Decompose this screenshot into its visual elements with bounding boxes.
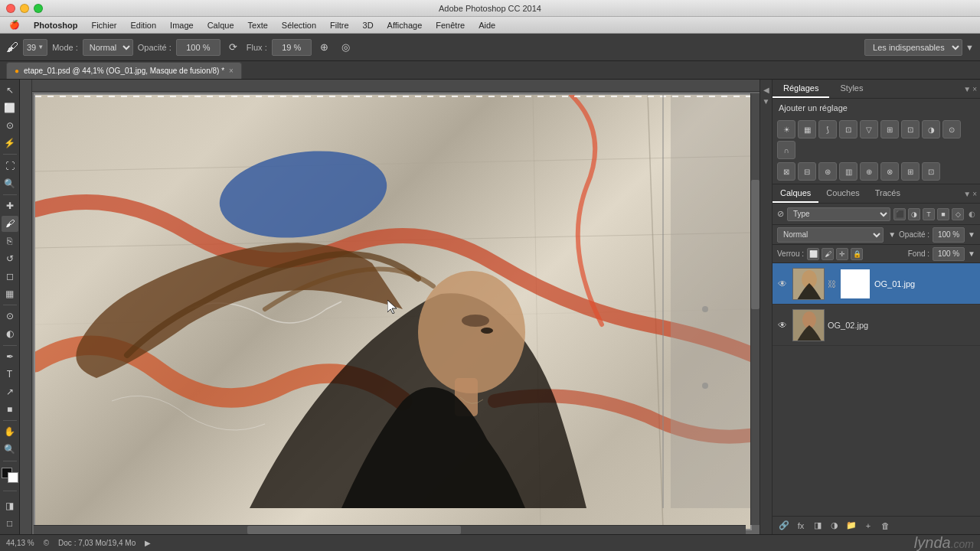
- adj-extra1-icon[interactable]: ⊗: [880, 162, 899, 181]
- opacity-value-input[interactable]: [933, 227, 965, 243]
- workspace-select[interactable]: Les indispensables: [864, 39, 962, 56]
- adj-gradient-map-icon[interactable]: ▥: [839, 162, 858, 181]
- quick-select-tool[interactable]: ⚡: [2, 135, 18, 152]
- adj-levels-icon[interactable]: ▦: [798, 120, 816, 139]
- blur-tool[interactable]: ⊙: [2, 308, 18, 324]
- tab-calques[interactable]: Calques: [773, 184, 818, 203]
- airbrush-icon[interactable]: ⊕: [316, 39, 333, 56]
- tab-couches[interactable]: Couches: [818, 184, 867, 203]
- tab-traces[interactable]: Tracés: [867, 184, 908, 203]
- menu-apple[interactable]: 🍎: [3, 18, 26, 31]
- canvas-tab[interactable]: ● etape_01.psd @ 44,1% (OG_01.jpg, Masqu…: [6, 62, 242, 79]
- adj-photo-filter-icon[interactable]: ⊙: [942, 120, 961, 139]
- shape-tool[interactable]: ■: [2, 401, 18, 417]
- collapse-panel-button[interactable]: ◀: [763, 86, 769, 94]
- layers-filter-select[interactable]: Type: [787, 207, 890, 221]
- panel-options-button[interactable]: ▼: [763, 97, 770, 106]
- adj-vibrance-icon[interactable]: ▽: [860, 120, 878, 139]
- tab-close-button[interactable]: ×: [229, 67, 234, 75]
- history-brush-tool[interactable]: ↺: [2, 251, 18, 267]
- mode-select[interactable]: Normal: [83, 39, 133, 56]
- lock-position-icon[interactable]: ✛: [836, 248, 848, 260]
- pressure-icon[interactable]: ⟳: [225, 39, 242, 56]
- menu-image[interactable]: Image: [164, 19, 200, 31]
- adjustments-collapse[interactable]: ▼: [963, 85, 971, 93]
- eraser-tool[interactable]: ◻: [2, 268, 18, 284]
- adj-brightness-icon[interactable]: ☀: [777, 120, 795, 139]
- menu-selection[interactable]: Sélection: [276, 19, 322, 31]
- layer-visibility-og02[interactable]: 👁: [776, 318, 789, 332]
- background-color[interactable]: [8, 472, 18, 483]
- layer-row-og02[interactable]: 👁 OG_02.jpg: [773, 305, 980, 346]
- filter-toggle[interactable]: ◐: [969, 210, 975, 218]
- crop-tool[interactable]: ⛶: [2, 158, 18, 174]
- fill-value-input[interactable]: [933, 247, 965, 261]
- dodge-tool[interactable]: ◐: [2, 326, 18, 342]
- menu-affichage[interactable]: Affichage: [381, 19, 429, 31]
- menu-fenetre[interactable]: Fenêtre: [430, 19, 471, 31]
- filter-shape-icon[interactable]: ■: [937, 208, 949, 220]
- delete-layer-button[interactable]: 🗑: [878, 519, 892, 533]
- adj-hue-sat-icon[interactable]: ⊞: [880, 120, 899, 139]
- brush-mode-icon[interactable]: ◎: [338, 39, 354, 56]
- lasso-tool[interactable]: ⊙: [2, 118, 18, 134]
- clone-tool[interactable]: ⎘: [2, 233, 18, 249]
- close-button[interactable]: [6, 4, 15, 13]
- filter-adjust-icon[interactable]: ◑: [908, 208, 920, 220]
- adj-curves-icon[interactable]: ⟆: [818, 120, 837, 139]
- maximize-button[interactable]: [34, 4, 43, 13]
- lock-pixels-icon[interactable]: 🖌: [822, 248, 834, 260]
- new-group-button[interactable]: 📁: [844, 519, 858, 533]
- pen-tool[interactable]: ✒: [2, 349, 18, 365]
- flux-input[interactable]: [272, 39, 312, 56]
- text-tool[interactable]: T: [2, 366, 18, 382]
- opacity-input[interactable]: [176, 39, 220, 56]
- layers-collapse[interactable]: ▼: [963, 190, 971, 198]
- workspace-arrow[interactable]: ▼: [965, 43, 974, 52]
- adj-colorbalance-icon[interactable]: ⊡: [901, 120, 920, 139]
- adj-invert-icon[interactable]: ⊠: [777, 162, 795, 181]
- layer-mask-og01[interactable]: [839, 268, 871, 300]
- canvas-scrollbar-horizontal[interactable]: [34, 525, 746, 534]
- filter-text-icon[interactable]: T: [923, 208, 935, 220]
- marquee-tool[interactable]: ⬜: [2, 100, 18, 116]
- minimize-button[interactable]: [20, 4, 29, 13]
- quick-mask-button[interactable]: ◨: [2, 497, 18, 514]
- zoom-tool[interactable]: 🔍: [2, 442, 18, 458]
- screen-mode-button[interactable]: □: [2, 515, 18, 531]
- path-select-tool[interactable]: ↗: [2, 383, 18, 399]
- adjustments-close[interactable]: ×: [972, 85, 977, 93]
- blend-mode-select[interactable]: Normal: [777, 227, 884, 243]
- tab-reglages[interactable]: Réglages: [773, 80, 829, 98]
- add-style-button[interactable]: fx: [794, 519, 808, 533]
- new-adjustment-button[interactable]: ◑: [828, 519, 841, 533]
- menu-texte[interactable]: Texte: [242, 19, 274, 31]
- canvas-scrollbar-vertical[interactable]: [750, 93, 760, 525]
- menu-calque[interactable]: Calque: [201, 19, 240, 31]
- menu-fichier[interactable]: Fichier: [85, 19, 122, 31]
- lock-transparent-icon[interactable]: ⬜: [807, 248, 819, 260]
- eyedropper-tool[interactable]: 🔍: [2, 175, 18, 191]
- adj-threshold-icon[interactable]: ⊛: [818, 162, 837, 181]
- menu-aide[interactable]: Aide: [472, 19, 501, 31]
- adj-channel-mix-icon[interactable]: ∩: [777, 141, 795, 159]
- filter-pixel-icon[interactable]: ⬛: [893, 208, 906, 220]
- menu-edition[interactable]: Edition: [124, 19, 162, 31]
- hand-tool[interactable]: ✋: [2, 424, 18, 440]
- gradient-tool[interactable]: ▦: [2, 285, 18, 302]
- lock-all-icon[interactable]: 🔒: [851, 248, 863, 260]
- menu-photoshop[interactable]: Photoshop: [28, 19, 83, 31]
- layer-row-og01[interactable]: 👁 ⛓: [773, 263, 980, 305]
- tab-styles[interactable]: Styles: [829, 80, 874, 98]
- link-layers-button[interactable]: 🔗: [777, 519, 791, 533]
- filter-smart-icon[interactable]: ◇: [952, 208, 964, 220]
- layer-visibility-og01[interactable]: 👁: [776, 277, 789, 291]
- adj-posterize-icon[interactable]: ⊟: [798, 162, 816, 181]
- canvas-wrapper[interactable]: [34, 93, 752, 530]
- status-expand[interactable]: ▶: [145, 539, 151, 547]
- brush-tool[interactable]: 🖌: [2, 216, 18, 232]
- color-swatch[interactable]: [2, 468, 18, 484]
- move-tool[interactable]: ↖: [2, 83, 18, 99]
- new-layer-button[interactable]: +: [861, 519, 875, 533]
- adj-exposure-icon[interactable]: ⊡: [839, 120, 858, 139]
